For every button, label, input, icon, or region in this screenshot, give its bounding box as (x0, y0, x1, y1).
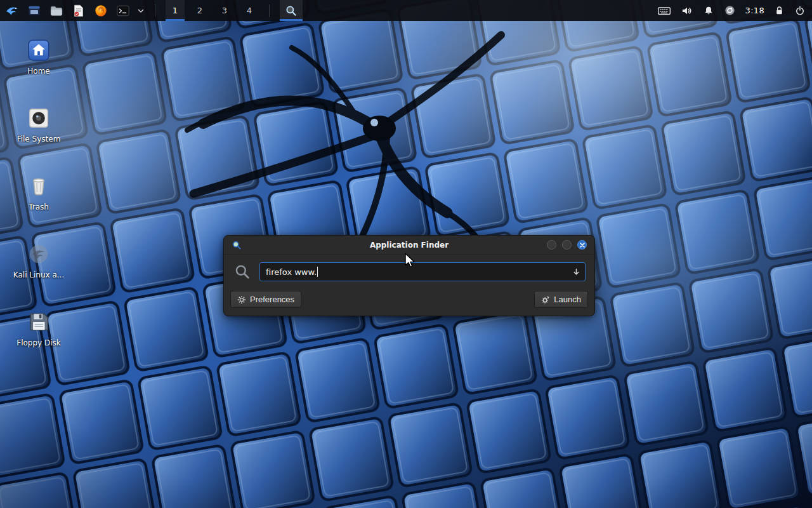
volume-icon (681, 4, 693, 17)
network-sync-icon (724, 4, 736, 17)
kali-menu-icon (4, 3, 20, 18)
folder-icon (49, 4, 63, 18)
app-finder-task-button[interactable] (280, 0, 303, 21)
preferences-button-label: Preferences (250, 295, 294, 304)
panel-separator (155, 4, 155, 17)
launch-gear-icon (541, 295, 550, 304)
search-icon (234, 264, 251, 280)
close-icon[interactable] (577, 240, 587, 250)
desktop-icon-kali-linux[interactable]: Kali Linux a... (9, 236, 69, 304)
kali-menu-button[interactable] (4, 3, 20, 19)
desktop-icon-home[interactable]: Home (9, 32, 69, 100)
terminal-launcher[interactable] (115, 3, 131, 19)
search-input[interactable]: firefox www. (259, 262, 586, 281)
window-title: Application Finder (224, 241, 594, 250)
preferences-button[interactable]: Preferences (230, 291, 301, 308)
titlebar[interactable]: Application Finder (224, 236, 594, 255)
panel-separator (269, 4, 270, 17)
app-finder-icon (285, 4, 298, 17)
panel-clock[interactable]: 3:18 (745, 6, 764, 15)
volume-button[interactable] (681, 4, 693, 17)
search-row: firefox www. (224, 255, 594, 286)
workspace-button-4[interactable]: 4 (240, 0, 259, 21)
terminal-icon (116, 4, 130, 18)
text-editor-launcher[interactable] (70, 3, 87, 19)
workspace-button-1[interactable]: 1 (166, 0, 185, 21)
firefox-icon (94, 4, 108, 18)
file-manager-launcher[interactable] (26, 3, 43, 19)
text-caret (317, 267, 318, 277)
application-finder-icon (232, 240, 242, 250)
power-icon (794, 5, 806, 17)
search-input-value: firefox www. (266, 267, 317, 277)
top-panel: 1 2 3 4 (0, 0, 812, 21)
launch-button-label: Launch (554, 295, 581, 304)
buttons-row: Preferences Launch (224, 286, 594, 316)
file-manager-icon (27, 4, 41, 18)
kali-linux-icon (27, 242, 51, 266)
titlebar-buttons (547, 240, 587, 250)
notifications-button[interactable] (703, 5, 714, 17)
desktop-icon-label: Trash (29, 203, 49, 211)
close-x-glyph (580, 243, 585, 248)
system-tray: 3:18 (657, 0, 812, 21)
home-icon (27, 38, 51, 62)
workspace-button-2[interactable]: 2 (190, 0, 209, 21)
desktop-icon-file-system[interactable]: File System (9, 100, 69, 168)
desktop: Home File System Trash Kal (0, 0, 812, 508)
lock-screen-icon (774, 5, 785, 16)
file-system-icon (27, 106, 51, 130)
text-editor-icon (72, 4, 86, 18)
power-button[interactable] (794, 5, 806, 17)
desktop-icon-label: Floppy Disk (16, 338, 61, 347)
maximize-icon[interactable] (562, 240, 572, 250)
trash-icon (27, 174, 51, 198)
launcher-dropdown-icon[interactable] (137, 7, 145, 15)
launch-button[interactable]: Launch (534, 291, 588, 308)
desktop-icon-trash[interactable]: Trash (9, 168, 69, 236)
firefox-launcher[interactable] (93, 3, 109, 19)
workspace-button-3[interactable]: 3 (215, 0, 234, 21)
notifications-bell-icon (703, 5, 714, 17)
preferences-gear-icon (237, 295, 246, 304)
combo-down-arrow-icon[interactable] (572, 268, 580, 276)
panel-launchers: 1 2 3 4 (0, 0, 303, 21)
desktop-icon-label: File System (17, 135, 61, 144)
desktop-icon-label: Home (27, 67, 49, 76)
lock-screen-button[interactable] (774, 5, 785, 16)
desktop-icon-label: Kali Linux a... (13, 271, 64, 279)
keyboard-layout-icon (657, 4, 671, 18)
folder-launcher[interactable] (48, 3, 65, 19)
application-finder-window: Application Finder firefox www. (223, 235, 595, 316)
network-sync-button[interactable] (724, 4, 736, 17)
keyboard-layout-button[interactable] (657, 4, 671, 18)
desktop-icon-floppy-disk[interactable]: Floppy Disk (9, 304, 69, 371)
desktop-icon-column: Home File System Trash Kal (9, 32, 69, 371)
floppy-disk-icon (27, 310, 51, 334)
minimize-icon[interactable] (547, 240, 556, 250)
